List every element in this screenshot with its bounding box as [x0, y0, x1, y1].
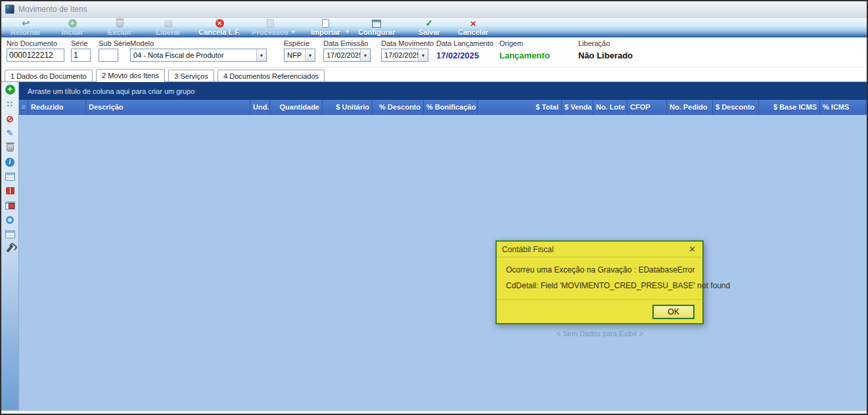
- edit-item-icon[interactable]: ✎: [5, 127, 16, 139]
- excluir-button[interactable]: Excluir: [99, 17, 141, 37]
- importar-button[interactable]: Importar: [306, 17, 346, 37]
- items-side-toolbar: + ∷ ⊘ ✎ i: [1, 82, 19, 410]
- tab-movto-dos-itens[interactable]: 2 Movto dos Itens: [96, 69, 165, 82]
- document-tabs: 1 Dados do Documento 2 Movto dos Itens 3…: [1, 68, 867, 82]
- configure-window-icon: [372, 18, 381, 28]
- column-header-und[interactable]: Und.: [250, 100, 270, 115]
- grid-icon[interactable]: [5, 171, 16, 182]
- column-header-venda[interactable]: $ Venda: [562, 100, 593, 115]
- error-message-line2: CdDetail: Field 'MOVIMENTO_CRED_PRESU_BA…: [506, 281, 693, 290]
- error-dialog-title-bar: Contábil Fiscal ✕: [497, 242, 702, 257]
- field-modelo: Modelo 04 - Nota Fiscal de Produtor ▼: [130, 39, 267, 67]
- column-header-cfop[interactable]: CFOP: [628, 100, 667, 115]
- liberar-button[interactable]: Liberar: [147, 17, 189, 37]
- field-data-movimento: Data Movimento 17/02/2025 ▼: [381, 39, 428, 67]
- items-content: + ∷ ⊘ ✎ i Arraste um título de coluna aq…: [1, 82, 867, 410]
- column-header-total[interactable]: $ Total: [478, 100, 562, 115]
- field-data-lancamento: Data Lançamento 17/02/2025: [436, 39, 490, 67]
- field-origem: Origem Lançamento: [499, 39, 560, 67]
- multi-select-icon[interactable]: ∷: [5, 98, 16, 110]
- nro-documento-label: Nro Documento: [7, 39, 66, 47]
- column-header-desconto-val[interactable]: $ Desconto: [713, 100, 759, 115]
- document-icon: [322, 18, 329, 28]
- column-header-bonificacao[interactable]: % Bonificação: [424, 100, 478, 115]
- liberacao-value: Não Liberado: [578, 51, 633, 60]
- grid-export-icon[interactable]: [5, 200, 16, 211]
- incluir-button[interactable]: + Incluir: [51, 17, 93, 37]
- column-header-reduzido[interactable]: Reduzido: [28, 100, 86, 115]
- column-header-icms-pct[interactable]: % ICMS: [820, 100, 866, 115]
- release-icon: [164, 18, 173, 28]
- main-toolbar: ↩ Retornar + Incluir Excluir Liberar × C…: [1, 18, 867, 37]
- row-indicator-header: ≡: [19, 100, 28, 115]
- origem-label: Origem: [499, 39, 560, 47]
- column-header-descricao[interactable]: Descrição: [86, 100, 250, 115]
- sub-serie-label: Sub Série: [99, 39, 121, 47]
- column-header-desconto-pct[interactable]: % Desconto: [373, 100, 424, 115]
- group-by-bar: Arraste um título de coluna aqui para cr…: [19, 82, 867, 100]
- salvar-button[interactable]: ✓ Salvar: [411, 17, 447, 37]
- add-circle-icon: +: [68, 18, 77, 28]
- processos-button[interactable]: Processos: [248, 17, 292, 37]
- modelo-label: Modelo: [130, 39, 267, 47]
- liberacao-label: Liberação: [578, 39, 633, 47]
- error-message-line1: Ocorreu uma Exceção na Gravação : EDatab…: [506, 265, 693, 274]
- tab-documentos-referenciados[interactable]: 4 Documentos Referenciados: [217, 70, 325, 81]
- column-header-unitario[interactable]: $ Unitário: [323, 100, 373, 115]
- return-arrow-icon: ↩: [22, 18, 30, 28]
- grid-body: < Sem Dados para Exibir >: [19, 115, 867, 410]
- movimento-de-itens-window: Movimento de Itens ↩ Retornar + Incluir …: [0, 0, 868, 415]
- configurar-button[interactable]: Configurar: [353, 17, 400, 37]
- sub-serie-input[interactable]: [99, 49, 118, 62]
- app-icon: [5, 5, 14, 14]
- nro-documento-input[interactable]: [7, 49, 64, 62]
- error-dialog: Contábil Fiscal ✕ Ocorreu uma Exceção na…: [495, 240, 704, 324]
- column-header-quantidade[interactable]: Quantidade: [270, 100, 323, 115]
- cancel-item-icon[interactable]: ⊘: [5, 113, 16, 124]
- items-grid: Arraste um título de coluna aqui para cr…: [19, 82, 867, 410]
- add-item-icon[interactable]: +: [5, 84, 16, 95]
- column-header-no-pedido[interactable]: No. Pedido: [667, 100, 713, 115]
- catalog-book-icon[interactable]: [5, 185, 16, 196]
- field-serie: Série: [71, 39, 92, 67]
- close-icon[interactable]: ✕: [687, 244, 697, 254]
- especie-select[interactable]: NFP ▼: [284, 49, 315, 62]
- data-emissao-label: Data Emissão: [323, 39, 371, 47]
- info-icon[interactable]: i: [5, 156, 16, 167]
- retornar-button[interactable]: ↩ Retornar: [5, 17, 46, 37]
- serie-label: Série: [71, 39, 92, 47]
- cancel-circle-icon: ×: [216, 18, 224, 28]
- document-form: Nro Documento Série Sub Série Modelo 04 …: [1, 37, 867, 68]
- error-dialog-title: Contábil Fiscal: [502, 245, 687, 254]
- field-liberacao: Liberação Não Liberado: [578, 39, 633, 67]
- field-especie: Espécie NFP ▼: [284, 39, 315, 67]
- grid-view-icon[interactable]: [5, 229, 16, 240]
- tools-wrench-icon[interactable]: [5, 243, 16, 254]
- serie-input[interactable]: [71, 49, 91, 62]
- origem-value: Lançamento: [499, 51, 560, 60]
- tab-dados-do-documento[interactable]: 1 Dados do Documento: [5, 70, 93, 81]
- x-icon: ×: [470, 18, 476, 28]
- error-dialog-body: Ocorreu uma Exceção na Gravação : EDatab…: [497, 257, 702, 299]
- settings-gear-icon[interactable]: [5, 214, 16, 225]
- title-bar: Movimento de Itens: [1, 1, 867, 18]
- cancelar-button[interactable]: × Cancelar: [453, 17, 493, 37]
- modelo-select[interactable]: 04 - Nota Fiscal de Produtor ▼: [130, 49, 267, 62]
- importar-dropdown-arrow-icon[interactable]: ▾: [346, 28, 350, 35]
- column-header-base-icms[interactable]: $ Base ICMS: [759, 100, 820, 115]
- column-header-no-lote[interactable]: No. Lote: [593, 100, 628, 115]
- error-dialog-footer: OK: [497, 299, 702, 323]
- processos-dropdown-arrow-icon[interactable]: ▾: [292, 28, 295, 35]
- cancela-lf-button[interactable]: × Cancela L.F.: [193, 17, 246, 37]
- data-movimento-select[interactable]: 17/02/2025 ▼: [381, 49, 428, 62]
- bottom-strip: [1, 410, 867, 414]
- document-gray-icon: [267, 18, 274, 28]
- window-title: Movimento de Itens: [18, 5, 87, 14]
- chevron-down-icon: ▼: [360, 49, 370, 61]
- field-nro-documento: Nro Documento: [7, 39, 66, 67]
- delete-item-icon[interactable]: [5, 142, 16, 153]
- data-movimento-label: Data Movimento: [381, 39, 428, 47]
- tab-servicos[interactable]: 3 Serviços: [168, 70, 214, 81]
- data-emissao-select[interactable]: 17/02/2025 ▼: [323, 49, 371, 62]
- ok-button[interactable]: OK: [652, 305, 695, 319]
